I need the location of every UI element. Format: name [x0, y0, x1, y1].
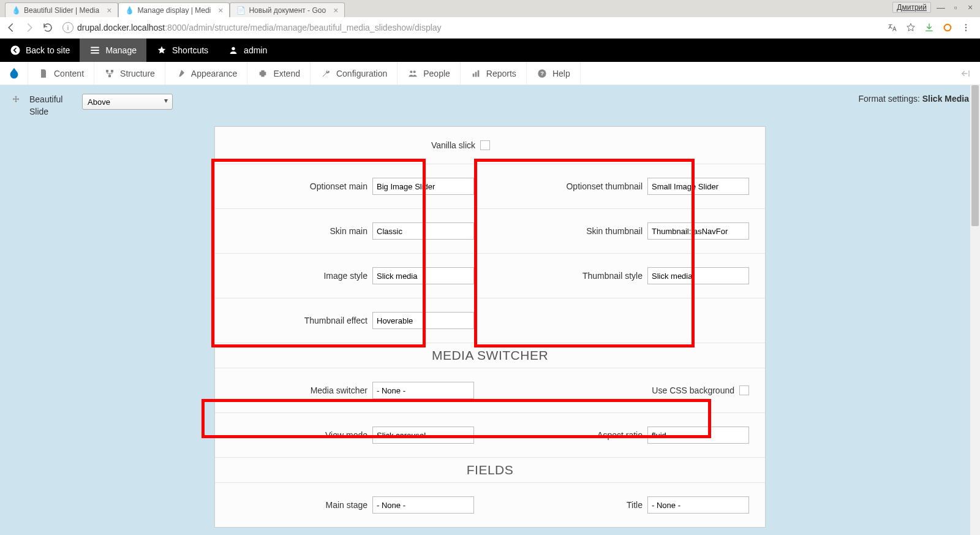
view-mode-row: View mode	[215, 413, 490, 457]
scrollbar-thumb[interactable]	[971, 85, 979, 226]
minimize-icon[interactable]: —	[936, 2, 946, 12]
vanilla-slick-label: Vanilla slick	[431, 140, 475, 150]
menu-help[interactable]: ? Help	[527, 62, 581, 85]
menu-content[interactable]: Content	[28, 62, 94, 85]
svg-rect-6	[106, 70, 108, 72]
menu-dots-icon[interactable]	[960, 22, 971, 33]
optionset-main-input[interactable]	[372, 178, 474, 195]
translate-icon[interactable]	[887, 22, 898, 33]
menu-configuration[interactable]: Configuration	[311, 62, 398, 85]
svg-rect-12	[475, 72, 477, 77]
menu-extend[interactable]: Extend	[247, 62, 311, 85]
manage-button[interactable]: Manage	[80, 39, 146, 62]
browser-tab-strip: 💧 Beautiful Slider | Media × 💧 Manage di…	[0, 0, 980, 17]
maximize-icon[interactable]: ▫	[951, 2, 960, 12]
close-icon[interactable]: ×	[218, 6, 223, 15]
drupal-logo-icon[interactable]	[0, 62, 28, 85]
svg-point-0	[944, 25, 951, 31]
menu-configuration-label: Configuration	[336, 69, 387, 78]
skin-thumbnail-label: Skin thumbnail	[586, 226, 643, 236]
skin-main-input[interactable]	[372, 222, 474, 240]
thumbnail-effect-input[interactable]	[372, 312, 474, 329]
document-icon	[38, 68, 49, 79]
title-field-row: Title	[490, 483, 765, 527]
gdocs-favicon-icon: 📄	[236, 6, 245, 15]
image-style-input[interactable]	[372, 267, 474, 284]
shortcuts-button[interactable]: Shortcuts	[146, 39, 218, 62]
field-name-line2: Slide	[29, 106, 74, 118]
browser-tab-2[interactable]: 📄 Новый документ - Goo ×	[230, 2, 345, 17]
optionset-thumbnail-row: Optionset thumbnail	[490, 164, 765, 208]
field-name: Beautiful Slide	[29, 94, 74, 118]
back-arrow-icon	[10, 45, 21, 56]
thumbnail-effect-row: Thumbnail effect	[215, 298, 490, 343]
back-icon[interactable]	[5, 21, 17, 34]
shortcuts-label: Shortcuts	[172, 45, 208, 55]
image-style-label: Image style	[323, 271, 368, 281]
aspect-ratio-input[interactable]	[647, 427, 749, 444]
optionset-main-row: Optionset main	[215, 164, 490, 208]
vanilla-slick-checkbox[interactable]	[480, 140, 490, 150]
back-to-site-button[interactable]: Back to site	[0, 39, 80, 62]
site-info-icon[interactable]: i	[62, 22, 74, 33]
thumbnail-style-input[interactable]	[647, 267, 749, 284]
thumbnail-effect-label: Thumbnail effect	[304, 316, 368, 325]
address-bar-right-icons	[887, 22, 975, 33]
download-arrow-icon[interactable]	[924, 22, 935, 33]
skin-thumbnail-input[interactable]	[647, 222, 749, 240]
forward-icon	[23, 21, 36, 34]
aspect-ratio-row: Aspect ratio	[490, 413, 765, 457]
svg-point-2	[965, 27, 967, 28]
menu-appearance[interactable]: Appearance	[165, 62, 248, 85]
people-icon	[407, 68, 418, 79]
use-css-bg-row: Use CSS background	[490, 368, 765, 412]
optionset-main-label: Optionset main	[310, 181, 368, 191]
menu-people[interactable]: People	[398, 62, 461, 85]
browser-tab-1[interactable]: 💧 Manage display | Medi ×	[118, 2, 230, 17]
extension-circle-icon[interactable]	[942, 22, 953, 33]
window-controls: Дмитрий — ▫ ×	[892, 2, 975, 13]
star-icon	[156, 45, 167, 56]
menu-structure[interactable]: Structure	[94, 62, 165, 85]
view-mode-input[interactable]	[372, 427, 474, 444]
wrench-icon	[320, 68, 331, 79]
svg-rect-7	[111, 70, 113, 72]
star-icon[interactable]	[905, 22, 916, 33]
media-switcher-input[interactable]	[372, 382, 474, 399]
optionset-thumbnail-input[interactable]	[647, 178, 749, 195]
close-icon[interactable]: ×	[107, 6, 111, 15]
thumbnail-style-row: Thumbnail style	[490, 254, 765, 298]
title-field-input[interactable]	[647, 496, 749, 514]
skin-thumbnail-row: Skin thumbnail	[490, 209, 765, 253]
menu-reports[interactable]: Reports	[461, 62, 527, 85]
svg-point-10	[413, 70, 416, 73]
browser-user-badge[interactable]: Дмитрий	[892, 2, 931, 13]
label-position-select[interactable]: Above	[82, 94, 173, 110]
admin-user-button[interactable]: admin	[218, 39, 277, 62]
section-fields: FIELDS	[215, 458, 765, 483]
svg-rect-11	[473, 74, 475, 77]
help-icon: ?	[537, 68, 548, 79]
format-settings-text: Format settings: Slick Media	[858, 94, 969, 104]
scrollbar[interactable]	[970, 85, 980, 535]
user-icon	[228, 45, 239, 56]
use-css-bg-checkbox[interactable]	[739, 385, 749, 395]
browser-tab-0[interactable]: 💧 Beautiful Slider | Media ×	[5, 2, 118, 17]
close-icon[interactable]: ×	[333, 6, 338, 15]
close-window-icon[interactable]: ×	[965, 2, 975, 12]
main-stage-row: Main stage	[215, 483, 490, 527]
tab-label: Beautiful Slider | Media	[24, 6, 99, 15]
reload-icon[interactable]	[42, 21, 54, 34]
skin-main-label: Skin main	[330, 226, 368, 236]
format-settings-prefix: Format settings:	[858, 94, 922, 104]
drag-handle-icon[interactable]	[11, 94, 21, 105]
field-name-line1: Beautiful	[29, 94, 74, 106]
tab-label: Manage display | Medi	[137, 6, 211, 15]
aspect-ratio-label: Aspect ratio	[597, 430, 643, 440]
drupal-toolbar: Back to site Manage Shortcuts admin	[0, 39, 980, 62]
menu-orientation-toggle[interactable]	[951, 62, 980, 85]
url-input[interactable]: i drupal.docker.localhost:8000/admin/str…	[60, 20, 881, 36]
field-header-row: Beautiful Slide Above Format settings: S…	[0, 85, 980, 126]
hamburger-icon	[89, 45, 100, 56]
main-stage-input[interactable]	[372, 496, 474, 514]
